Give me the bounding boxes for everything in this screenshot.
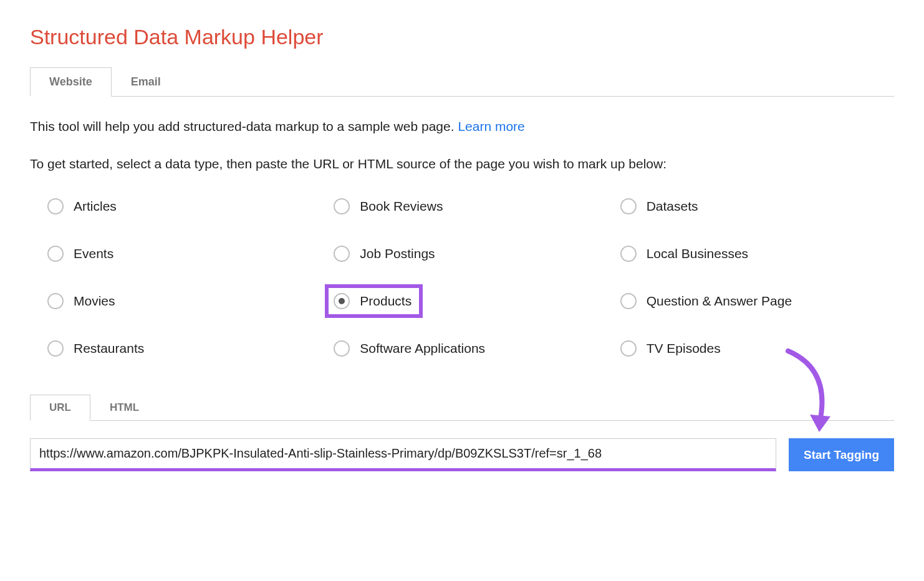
radio-option-book-reviews[interactable]: Book Reviews — [334, 198, 607, 214]
radio-icon — [620, 340, 637, 357]
data-type-radio-group: Articles Book Reviews Datasets Events Jo… — [30, 198, 894, 357]
intro-text: This tool will help you add structured-d… — [30, 117, 894, 137]
radio-icon — [47, 198, 64, 214]
instruction-text: To get started, select a data type, then… — [30, 154, 894, 174]
tab-html[interactable]: HTML — [90, 395, 158, 421]
radio-option-tv-episodes[interactable]: TV Episodes — [620, 340, 894, 357]
radio-icon — [47, 293, 64, 309]
radio-label: Software Applications — [360, 341, 485, 356]
radio-label: Movies — [74, 294, 115, 309]
radio-label: Local Businesses — [647, 246, 748, 261]
radio-option-articles[interactable]: Articles — [47, 198, 321, 214]
content-type-tabs: Website Email — [30, 67, 894, 97]
radio-label: TV Episodes — [647, 341, 721, 356]
radio-icon — [334, 246, 350, 262]
start-tagging-button[interactable]: Start Tagging — [789, 438, 894, 471]
radio-label: Restaurants — [74, 341, 144, 356]
radio-option-qa-page[interactable]: Question & Answer Page — [620, 293, 894, 309]
radio-option-events[interactable]: Events — [47, 246, 321, 262]
radio-option-products[interactable]: Products — [327, 287, 420, 315]
intro-text-before: This tool will help you add structured-d… — [30, 119, 458, 133]
radio-icon — [334, 340, 350, 357]
radio-label: Book Reviews — [360, 199, 443, 214]
radio-icon — [620, 198, 637, 214]
radio-option-local-businesses[interactable]: Local Businesses — [620, 246, 894, 262]
radio-icon — [620, 246, 637, 262]
radio-icon — [620, 293, 637, 309]
tab-email[interactable]: Email — [112, 67, 180, 97]
radio-option-restaurants[interactable]: Restaurants — [47, 340, 321, 357]
radio-option-datasets[interactable]: Datasets — [620, 198, 894, 214]
radio-icon — [334, 198, 350, 214]
page-title: Structured Data Markup Helper — [30, 25, 894, 49]
input-row: Start Tagging — [30, 438, 894, 471]
radio-icon — [47, 246, 64, 262]
radio-label: Job Postings — [360, 246, 435, 261]
learn-more-link[interactable]: Learn more — [458, 119, 524, 133]
radio-label: Question & Answer Page — [647, 294, 792, 309]
radio-icon — [47, 340, 64, 357]
radio-option-movies[interactable]: Movies — [47, 293, 321, 309]
radio-option-job-postings[interactable]: Job Postings — [334, 246, 607, 262]
radio-option-software-applications[interactable]: Software Applications — [334, 340, 607, 357]
input-type-tabs: URL HTML — [30, 394, 894, 421]
radio-icon — [334, 293, 350, 309]
radio-label: Datasets — [647, 199, 698, 214]
tab-url[interactable]: URL — [30, 395, 90, 421]
radio-label: Products — [360, 294, 411, 309]
radio-label: Articles — [74, 199, 117, 214]
radio-label: Events — [74, 246, 113, 261]
url-input[interactable] — [30, 438, 776, 471]
tab-website[interactable]: Website — [30, 67, 112, 97]
